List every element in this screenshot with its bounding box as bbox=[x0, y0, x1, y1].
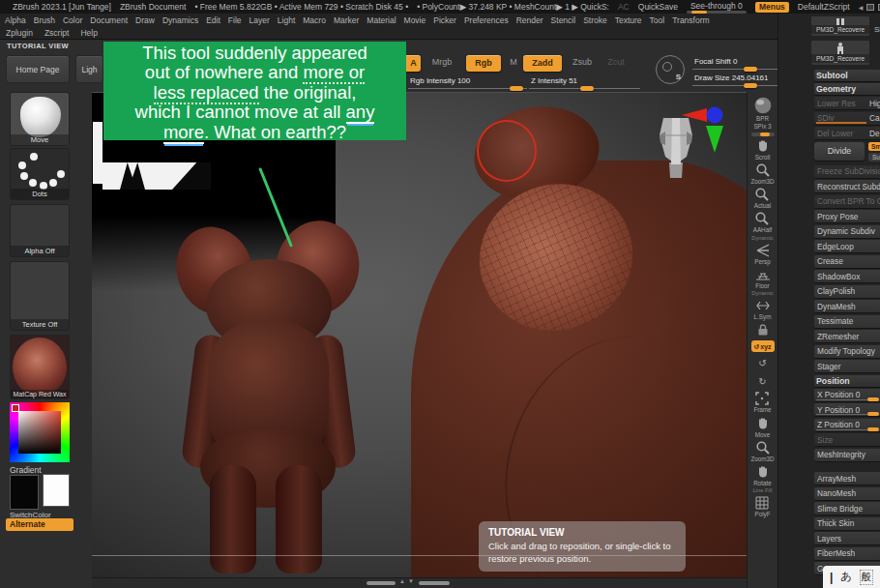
current-brush-thumbnail[interactable]: Move bbox=[10, 92, 70, 146]
zcut-button[interactable]: Zcut bbox=[601, 57, 631, 67]
menu-item[interactable]: Transform bbox=[672, 15, 709, 25]
recent-tool-button[interactable]: PM3D_Recovere bbox=[810, 40, 870, 66]
tool-panel-button[interactable]: Tessimate bbox=[814, 315, 880, 328]
stroke-thumbnail[interactable]: Dots bbox=[10, 148, 70, 200]
lightbox-button[interactable]: Ligh bbox=[75, 55, 103, 83]
menu-item[interactable]: Document bbox=[90, 15, 128, 25]
tool-panel-button[interactable]: Modify Topology bbox=[814, 345, 880, 358]
z-intensity-handle[interactable] bbox=[580, 86, 594, 91]
tool-panel-button[interactable]: DynaMesh bbox=[814, 300, 880, 312]
tool-panel-button[interactable]: Thick Skin bbox=[814, 517, 880, 530]
axis-gizmo-icon[interactable] bbox=[680, 101, 730, 157]
gradient-label[interactable]: Gradient bbox=[10, 465, 42, 475]
zsub-button[interactable]: Zsub bbox=[568, 57, 597, 67]
menu-item[interactable]: Picker bbox=[433, 15, 456, 25]
rotation-lock-button[interactable] bbox=[755, 322, 771, 338]
rgb-intensity-handle[interactable] bbox=[510, 86, 523, 91]
current-tool-button[interactable]: PM3D_Recovere bbox=[810, 15, 870, 37]
position-slider[interactable]: Z Position 0 bbox=[814, 419, 880, 431]
tool-panel-button[interactable]: Stager bbox=[814, 360, 880, 372]
tool-panel-button[interactable]: Crease bbox=[814, 255, 880, 268]
divider-left-icon[interactable]: ◀ bbox=[859, 4, 864, 11]
menu-item[interactable]: Brush bbox=[34, 15, 55, 25]
geometry-header[interactable]: Geometry bbox=[814, 83, 880, 95]
symmetry-gyro-icon[interactable]: S bbox=[656, 55, 685, 84]
menu-item[interactable]: Help bbox=[80, 28, 97, 38]
subtool-header[interactable]: Subtool bbox=[814, 70, 880, 81]
aahalf-button[interactable]: AAHalf bbox=[753, 211, 773, 233]
document-canvas[interactable]: TUTORIAL VIEW Click and drag to repositi… bbox=[92, 92, 747, 577]
rotate-cw-button[interactable]: ↻ bbox=[758, 372, 766, 389]
persp-button[interactable]: Dynamic Persp bbox=[751, 236, 774, 265]
sdiv-slider[interactable]: SDiv Ca bbox=[814, 112, 880, 125]
menu-item[interactable]: Zscript bbox=[44, 28, 70, 38]
menu-item[interactable]: Render bbox=[516, 15, 543, 25]
tool-panel-button[interactable]: ZRemesher bbox=[814, 330, 880, 342]
tool-panel-button[interactable]: Proxy Pose bbox=[814, 210, 880, 222]
size-header[interactable]: Size bbox=[814, 433, 880, 446]
menu-item[interactable]: Alpha bbox=[5, 15, 26, 25]
focal-shift-handle[interactable] bbox=[744, 67, 757, 72]
default-zscript-button[interactable]: DefaultZScript bbox=[798, 2, 850, 12]
cage-button[interactable]: Ca bbox=[869, 113, 880, 123]
zadd-button[interactable]: Zadd bbox=[523, 55, 562, 72]
menu-item[interactable]: Light bbox=[278, 15, 295, 25]
menu-item[interactable]: Preferences bbox=[464, 15, 509, 25]
ime-mode-icon[interactable]: 般 bbox=[860, 570, 874, 585]
del-lower-button[interactable]: Del Lower De bbox=[814, 127, 880, 139]
home-page-button[interactable]: Home Page bbox=[6, 55, 70, 83]
material-thumbnail[interactable]: MatCap Red Wax bbox=[10, 335, 70, 399]
floor-button[interactable]: Floor bbox=[755, 267, 771, 289]
tool-panel-button[interactable]: ClayPolish bbox=[814, 285, 880, 298]
rgb-intensity-slider[interactable]: Rgb Intensity 100 bbox=[408, 76, 527, 90]
menu-item[interactable]: Movie bbox=[404, 15, 426, 25]
spix-slider[interactable]: SPix 3 bbox=[751, 124, 775, 135]
tool-panel-button[interactable]: NanoMesh bbox=[814, 487, 880, 500]
z-intensity-slider[interactable]: Z Intensity 51 bbox=[529, 76, 640, 90]
menu-item[interactable]: File bbox=[228, 15, 242, 25]
lsym-button[interactable]: Dynamic L.Sym bbox=[751, 291, 774, 320]
zoom3d-button[interactable]: Zoom3D bbox=[750, 162, 774, 185]
see-through-slider[interactable]: See-through 0 bbox=[687, 2, 747, 14]
partially-hidden-button[interactable]: A bbox=[406, 55, 421, 72]
suv-toggle[interactable]: Su bbox=[868, 153, 880, 162]
scroll-up-icon[interactable]: ▲ bbox=[399, 578, 405, 584]
tool-panel-button[interactable]: Reconstruct Subdiv bbox=[814, 180, 880, 192]
saturation-square[interactable] bbox=[18, 411, 61, 454]
alternate-button[interactable]: Alternate bbox=[6, 518, 73, 531]
menu-item[interactable]: Texture bbox=[615, 15, 642, 25]
pane-icon[interactable] bbox=[866, 4, 874, 11]
frame-button[interactable]: Frame bbox=[753, 391, 771, 413]
tool-panel-button[interactable]: Layers bbox=[814, 532, 880, 544]
main-color-swatch[interactable] bbox=[10, 475, 39, 510]
menu-item[interactable]: Edit bbox=[206, 15, 220, 25]
higher-res-button[interactable]: Hig bbox=[869, 99, 880, 108]
tool-panel-button[interactable]: Convert BPR To Geo bbox=[814, 195, 880, 208]
m-button[interactable]: M bbox=[507, 57, 520, 67]
menu-item[interactable]: Tool bbox=[650, 15, 665, 25]
menu-item[interactable]: Layer bbox=[249, 15, 270, 25]
menu-item[interactable]: Color bbox=[63, 15, 82, 25]
tool-panel-button[interactable]: Slime Bridge bbox=[814, 502, 880, 514]
position-header[interactable]: Position bbox=[814, 375, 880, 387]
polyf-button[interactable]: Line Fill PolyF bbox=[753, 488, 773, 517]
bpr-button[interactable]: BPR bbox=[753, 96, 773, 122]
tool-panel-button[interactable]: EdgeLoop bbox=[814, 240, 880, 252]
quicksave-button[interactable]: QuickSave bbox=[638, 2, 678, 12]
slider-handle[interactable] bbox=[867, 412, 879, 416]
draw-size-handle[interactable] bbox=[744, 83, 757, 88]
rotate-button[interactable]: Rotate bbox=[753, 464, 772, 486]
ime-toolbar[interactable]: | あ 般 bbox=[823, 566, 880, 588]
slider-handle[interactable] bbox=[867, 427, 879, 431]
scrollbar-segment[interactable] bbox=[419, 581, 450, 585]
smt-toggle[interactable]: Sm bbox=[868, 142, 880, 151]
ime-kana-icon[interactable]: あ bbox=[840, 570, 852, 584]
tool-panel-button[interactable]: Freeze SubDivision L bbox=[814, 165, 880, 178]
tool-panel-button[interactable]: Dynamic Subdiv bbox=[814, 225, 880, 238]
mrgb-button[interactable]: Mrgb bbox=[425, 57, 458, 67]
canvas-bottom-scrollbar[interactable]: ▲ ▼ bbox=[92, 577, 747, 588]
move-button[interactable]: Move bbox=[755, 416, 771, 438]
tool-panel-button[interactable]: FiberMesh bbox=[814, 547, 880, 560]
scroll-down-icon[interactable]: ▼ bbox=[408, 578, 414, 584]
slider-handle[interactable] bbox=[867, 397, 879, 401]
